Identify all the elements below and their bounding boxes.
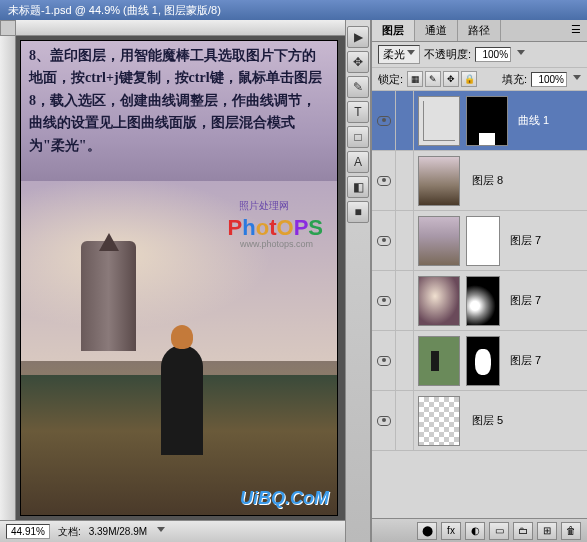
- watermark: UiBQ.CoM: [240, 488, 329, 509]
- fill-input[interactable]: 100%: [531, 72, 567, 87]
- panel-menu-icon[interactable]: ☰: [565, 20, 587, 41]
- layer-thumb[interactable]: [418, 216, 460, 266]
- visibility-toggle[interactable]: [372, 391, 396, 450]
- tool-text-a[interactable]: A: [347, 151, 369, 173]
- tool-move[interactable]: ✥: [347, 51, 369, 73]
- fill-chevron-icon[interactable]: [573, 75, 581, 84]
- document-canvas[interactable]: 8、盖印图层，用智能魔棒工具选取图片下方的地面，按ctrl+j键复制，按ctrl…: [16, 36, 345, 520]
- visibility-toggle[interactable]: [372, 271, 396, 330]
- new-group-button[interactable]: 🗀: [513, 522, 533, 540]
- main-area: 8、盖印图层，用智能魔棒工具选取图片下方的地面，按ctrl+j键复制，按ctrl…: [0, 20, 587, 542]
- logo-url: www.photops.com: [240, 239, 313, 249]
- fill-label: 填充:: [502, 72, 527, 87]
- mini-toolbar: ▶ ✥ ✎ T □ A ◧ ■: [345, 20, 371, 542]
- new-adjustment-button[interactable]: ▭: [489, 522, 509, 540]
- tool-arrow[interactable]: ▶: [347, 26, 369, 48]
- layer-name[interactable]: 图层 8: [464, 173, 503, 188]
- tool-brush[interactable]: ✎: [347, 76, 369, 98]
- new-layer-button[interactable]: ⊞: [537, 522, 557, 540]
- statusbar-chevron-icon[interactable]: [157, 527, 165, 536]
- link-column[interactable]: [396, 331, 414, 390]
- artwork-castle: [81, 241, 136, 351]
- opacity-label: 不透明度:: [424, 47, 471, 62]
- visibility-toggle[interactable]: [372, 211, 396, 270]
- adjustment-thumb[interactable]: [418, 96, 460, 146]
- window-titlebar: 未标题-1.psd @ 44.9% (曲线 1, 图层蒙版/8): [0, 0, 587, 20]
- layer-7c[interactable]: 图层 7: [372, 331, 587, 391]
- tutorial-text: 8、盖印图层，用智能魔棒工具选取图片下方的地面，按ctrl+j键复制，按ctrl…: [29, 45, 329, 157]
- layer-thumb[interactable]: [418, 276, 460, 326]
- layer-7b[interactable]: 图层 7: [372, 271, 587, 331]
- window-title: 未标题-1.psd @ 44.9% (曲线 1, 图层蒙版/8): [8, 3, 221, 18]
- layer-8[interactable]: 图层 8: [372, 151, 587, 211]
- lock-all-icon[interactable]: 🔒: [461, 71, 477, 87]
- tool-swatch[interactable]: ◧: [347, 176, 369, 198]
- ruler-origin[interactable]: [0, 20, 16, 36]
- layer-mask-thumb[interactable]: [466, 336, 500, 386]
- layer-mask-thumb[interactable]: [466, 96, 508, 146]
- ruler-vertical[interactable]: [0, 36, 16, 520]
- link-column[interactable]: [396, 391, 414, 450]
- layer-style-button[interactable]: fx: [441, 522, 461, 540]
- docsize-label: 文档:: [58, 525, 81, 539]
- eye-icon: [377, 296, 391, 306]
- layer-thumb[interactable]: [418, 396, 460, 446]
- tool-type[interactable]: T: [347, 101, 369, 123]
- visibility-toggle[interactable]: [372, 151, 396, 210]
- eye-icon: [377, 176, 391, 186]
- zoom-input[interactable]: 44.91%: [6, 524, 50, 539]
- status-bar: 44.91% 文档: 3.39M/28.9M: [0, 520, 345, 542]
- lock-position-icon[interactable]: ✥: [443, 71, 459, 87]
- layers-panel: 图层 通道 路径 ☰ 柔光 不透明度: 100% 锁定: ▦ ✎ ✥ 🔒 填充:…: [371, 20, 587, 542]
- link-layers-button[interactable]: ⬤: [417, 522, 437, 540]
- eye-icon: [377, 116, 391, 126]
- eye-icon: [377, 416, 391, 426]
- canvas-area: 8、盖印图层，用智能魔棒工具选取图片下方的地面，按ctrl+j键复制，按ctrl…: [0, 20, 345, 542]
- tab-channels[interactable]: 通道: [415, 20, 458, 41]
- lock-transparency-icon[interactable]: ▦: [407, 71, 423, 87]
- photops-logo: PhotOPS: [228, 215, 323, 241]
- transparency-checker: [419, 397, 459, 445]
- lock-pixels-icon[interactable]: ✎: [425, 71, 441, 87]
- layer-thumb[interactable]: [418, 336, 460, 386]
- add-mask-button[interactable]: ◐: [465, 522, 485, 540]
- link-column[interactable]: [396, 271, 414, 330]
- eye-icon: [377, 236, 391, 246]
- link-column[interactable]: [396, 151, 414, 210]
- layer-name[interactable]: 图层 7: [502, 353, 541, 368]
- tool-shape[interactable]: □: [347, 126, 369, 148]
- tab-paths[interactable]: 路径: [458, 20, 501, 41]
- blend-opacity-row: 柔光 不透明度: 100%: [372, 42, 587, 68]
- opacity-chevron-icon[interactable]: [517, 50, 525, 59]
- artwork-figure: [161, 345, 203, 455]
- layer-mask-thumb[interactable]: [466, 276, 500, 326]
- tool-fill[interactable]: ■: [347, 201, 369, 223]
- opacity-input[interactable]: 100%: [475, 47, 511, 62]
- ruler-horizontal[interactable]: [16, 20, 345, 36]
- eye-icon: [377, 356, 391, 366]
- visibility-toggle[interactable]: [372, 331, 396, 390]
- link-column[interactable]: [396, 91, 414, 150]
- visibility-toggle[interactable]: [372, 91, 396, 150]
- layers-list: 曲线 1 图层 8 图层 7 图层 7: [372, 91, 587, 518]
- link-column[interactable]: [396, 211, 414, 270]
- lock-buttons: ▦ ✎ ✥ 🔒: [407, 71, 477, 87]
- logo-subtitle: 照片处理网: [239, 199, 289, 213]
- layer-name[interactable]: 图层 5: [464, 413, 503, 428]
- artwork: 8、盖印图层，用智能魔棒工具选取图片下方的地面，按ctrl+j键复制，按ctrl…: [20, 40, 338, 516]
- layer-thumb[interactable]: [418, 156, 460, 206]
- layer-curves-1[interactable]: 曲线 1: [372, 91, 587, 151]
- layer-name[interactable]: 图层 7: [502, 293, 541, 308]
- layer-5[interactable]: 图层 5: [372, 391, 587, 451]
- chevron-down-icon: [407, 50, 415, 59]
- layer-7a[interactable]: 图层 7: [372, 211, 587, 271]
- layers-footer: ⬤ fx ◐ ▭ 🗀 ⊞ 🗑: [372, 518, 587, 542]
- layer-mask-thumb[interactable]: [466, 216, 500, 266]
- tab-layers[interactable]: 图层: [372, 20, 415, 41]
- layer-name[interactable]: 曲线 1: [510, 113, 549, 128]
- lock-fill-row: 锁定: ▦ ✎ ✥ 🔒 填充: 100%: [372, 68, 587, 91]
- docsize-value: 3.39M/28.9M: [89, 526, 147, 537]
- blend-mode-select[interactable]: 柔光: [378, 45, 420, 64]
- delete-layer-button[interactable]: 🗑: [561, 522, 581, 540]
- layer-name[interactable]: 图层 7: [502, 233, 541, 248]
